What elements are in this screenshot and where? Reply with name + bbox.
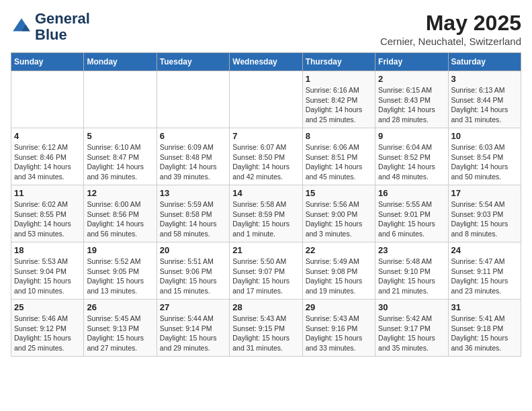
day-info: Sunrise: 5:58 AM Sunset: 8:59 PM Dayligh… [232, 199, 299, 239]
calendar-cell: 30Sunrise: 5:42 AM Sunset: 9:17 PM Dayli… [375, 300, 448, 357]
calendar-cell: 26Sunrise: 5:45 AM Sunset: 9:13 PM Dayli… [84, 300, 157, 357]
calendar-cell: 12Sunrise: 6:00 AM Sunset: 8:56 PM Dayli… [84, 185, 157, 242]
day-info: Sunrise: 6:06 AM Sunset: 8:51 PM Dayligh… [306, 142, 372, 182]
calendar-cell: 22Sunrise: 5:49 AM Sunset: 9:08 PM Dayli… [302, 242, 375, 300]
day-info: Sunrise: 5:52 AM Sunset: 9:05 PM Dayligh… [87, 257, 153, 296]
day-number: 9 [378, 131, 445, 141]
header-saturday: Saturday [448, 53, 521, 71]
day-info: Sunrise: 6:13 AM Sunset: 8:44 PM Dayligh… [451, 85, 518, 125]
day-info: Sunrise: 5:44 AM Sunset: 9:14 PM Dayligh… [160, 314, 226, 353]
day-info: Sunrise: 5:46 AM Sunset: 9:12 PM Dayligh… [14, 314, 81, 353]
day-info: Sunrise: 6:12 AM Sunset: 8:46 PM Dayligh… [14, 142, 81, 182]
day-number: 27 [160, 302, 226, 312]
calendar-cell: 27Sunrise: 5:44 AM Sunset: 9:14 PM Dayli… [157, 300, 229, 357]
logo: General Blue [11, 11, 90, 43]
day-number: 10 [451, 131, 518, 141]
day-number: 6 [160, 131, 226, 141]
calendar-title: May 2025 [380, 11, 521, 36]
calendar-cell: 28Sunrise: 5:43 AM Sunset: 9:15 PM Dayli… [230, 300, 302, 357]
day-number: 18 [14, 245, 81, 255]
logo-text: General Blue [35, 11, 90, 43]
calendar-cell: 19Sunrise: 5:52 AM Sunset: 9:05 PM Dayli… [84, 242, 157, 300]
day-number: 26 [87, 302, 153, 312]
day-number: 15 [306, 188, 372, 198]
calendar-cell: 1Sunrise: 6:16 AM Sunset: 8:42 PM Daylig… [302, 71, 375, 128]
calendar-cell: 9Sunrise: 6:04 AM Sunset: 8:52 PM Daylig… [375, 128, 448, 185]
calendar-cell [11, 71, 84, 128]
calendar-cell: 16Sunrise: 5:55 AM Sunset: 9:01 PM Dayli… [375, 185, 448, 242]
day-info: Sunrise: 6:15 AM Sunset: 8:43 PM Dayligh… [378, 85, 445, 125]
calendar-cell: 3Sunrise: 6:13 AM Sunset: 8:44 PM Daylig… [448, 71, 521, 128]
calendar-header-row: SundayMondayTuesdayWednesdayThursdayFrid… [11, 53, 521, 71]
calendar-cell: 7Sunrise: 6:07 AM Sunset: 8:50 PM Daylig… [230, 128, 302, 185]
day-info: Sunrise: 5:43 AM Sunset: 9:16 PM Dayligh… [306, 314, 372, 353]
title-block: May 2025 Cernier, Neuchatel, Switzerland [380, 11, 521, 47]
day-info: Sunrise: 5:53 AM Sunset: 9:04 PM Dayligh… [14, 257, 81, 296]
calendar-cell: 20Sunrise: 5:51 AM Sunset: 9:06 PM Dayli… [157, 242, 229, 300]
day-info: Sunrise: 6:03 AM Sunset: 8:54 PM Dayligh… [451, 142, 518, 182]
day-info: Sunrise: 5:42 AM Sunset: 9:17 PM Dayligh… [378, 314, 445, 353]
calendar-cell: 14Sunrise: 5:58 AM Sunset: 8:59 PM Dayli… [230, 185, 302, 242]
day-number: 8 [306, 131, 372, 141]
day-number: 25 [14, 302, 81, 312]
day-number: 5 [87, 131, 153, 141]
day-info: Sunrise: 6:04 AM Sunset: 8:52 PM Dayligh… [378, 142, 445, 182]
day-number: 11 [14, 188, 81, 198]
calendar-cell: 25Sunrise: 5:46 AM Sunset: 9:12 PM Dayli… [11, 300, 84, 357]
calendar-cell: 18Sunrise: 5:53 AM Sunset: 9:04 PM Dayli… [11, 242, 84, 300]
calendar-cell: 8Sunrise: 6:06 AM Sunset: 8:51 PM Daylig… [302, 128, 375, 185]
week-row-2: 4Sunrise: 6:12 AM Sunset: 8:46 PM Daylig… [11, 128, 521, 185]
day-number: 12 [87, 188, 153, 198]
day-info: Sunrise: 5:45 AM Sunset: 9:13 PM Dayligh… [87, 314, 153, 353]
calendar-cell: 5Sunrise: 6:10 AM Sunset: 8:47 PM Daylig… [84, 128, 157, 185]
calendar-table: SundayMondayTuesdayWednesdayThursdayFrid… [11, 52, 521, 357]
week-row-4: 18Sunrise: 5:53 AM Sunset: 9:04 PM Dayli… [11, 242, 521, 300]
day-number: 24 [451, 245, 518, 255]
day-info: Sunrise: 6:10 AM Sunset: 8:47 PM Dayligh… [87, 142, 153, 182]
calendar-cell: 15Sunrise: 5:56 AM Sunset: 9:00 PM Dayli… [302, 185, 375, 242]
page-header: General Blue May 2025 Cernier, Neuchatel… [11, 11, 521, 47]
calendar-cell: 11Sunrise: 6:02 AM Sunset: 8:55 PM Dayli… [11, 185, 84, 242]
day-info: Sunrise: 5:55 AM Sunset: 9:01 PM Dayligh… [378, 199, 445, 239]
header-friday: Friday [375, 53, 448, 71]
day-info: Sunrise: 5:51 AM Sunset: 9:06 PM Dayligh… [160, 257, 226, 296]
header-thursday: Thursday [302, 53, 375, 71]
calendar-cell: 10Sunrise: 6:03 AM Sunset: 8:54 PM Dayli… [448, 128, 521, 185]
day-number: 28 [232, 302, 299, 312]
day-info: Sunrise: 5:49 AM Sunset: 9:08 PM Dayligh… [306, 257, 372, 296]
day-number: 29 [306, 302, 372, 312]
week-row-5: 25Sunrise: 5:46 AM Sunset: 9:12 PM Dayli… [11, 300, 521, 357]
header-monday: Monday [84, 53, 157, 71]
day-number: 21 [232, 245, 299, 255]
day-info: Sunrise: 5:48 AM Sunset: 9:10 PM Dayligh… [378, 257, 445, 296]
day-number: 23 [378, 245, 445, 255]
calendar-cell: 6Sunrise: 6:09 AM Sunset: 8:48 PM Daylig… [157, 128, 229, 185]
header-sunday: Sunday [11, 53, 84, 71]
day-number: 16 [378, 188, 445, 198]
day-number: 3 [451, 74, 518, 84]
day-number: 14 [232, 188, 299, 198]
day-info: Sunrise: 5:54 AM Sunset: 9:03 PM Dayligh… [451, 199, 518, 239]
calendar-cell: 29Sunrise: 5:43 AM Sunset: 9:16 PM Dayli… [302, 300, 375, 357]
day-info: Sunrise: 5:47 AM Sunset: 9:11 PM Dayligh… [451, 257, 518, 296]
day-number: 20 [160, 245, 226, 255]
logo-icon [11, 16, 32, 38]
day-number: 13 [160, 188, 226, 198]
calendar-cell: 17Sunrise: 5:54 AM Sunset: 9:03 PM Dayli… [448, 185, 521, 242]
week-row-1: 1Sunrise: 6:16 AM Sunset: 8:42 PM Daylig… [11, 71, 521, 128]
calendar-cell [157, 71, 229, 128]
calendar-cell [84, 71, 157, 128]
calendar-cell: 21Sunrise: 5:50 AM Sunset: 9:07 PM Dayli… [230, 242, 302, 300]
day-info: Sunrise: 6:02 AM Sunset: 8:55 PM Dayligh… [14, 199, 81, 239]
calendar-cell: 23Sunrise: 5:48 AM Sunset: 9:10 PM Dayli… [375, 242, 448, 300]
calendar-cell: 31Sunrise: 5:41 AM Sunset: 9:18 PM Dayli… [448, 300, 521, 357]
day-number: 30 [378, 302, 445, 312]
day-info: Sunrise: 6:09 AM Sunset: 8:48 PM Dayligh… [160, 142, 226, 182]
day-number: 1 [306, 74, 372, 84]
day-info: Sunrise: 6:16 AM Sunset: 8:42 PM Dayligh… [306, 85, 372, 125]
day-number: 31 [451, 302, 518, 312]
day-number: 19 [87, 245, 153, 255]
calendar-cell: 4Sunrise: 6:12 AM Sunset: 8:46 PM Daylig… [11, 128, 84, 185]
header-wednesday: Wednesday [230, 53, 302, 71]
day-number: 2 [378, 74, 445, 84]
